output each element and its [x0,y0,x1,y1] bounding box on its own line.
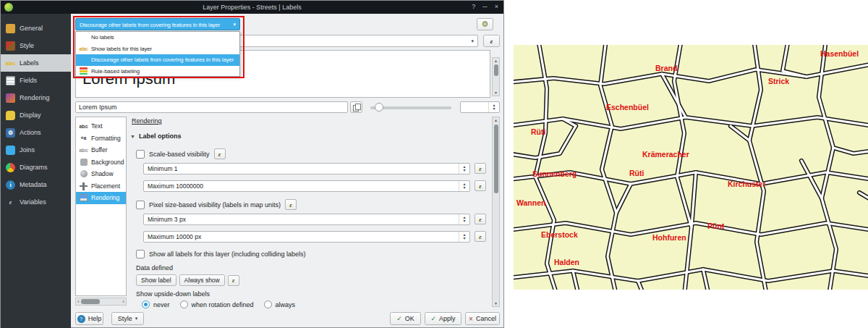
scroll-up-icon[interactable]: ▲ [493,59,499,63]
font-size-slider[interactable] [367,101,454,113]
sidebar-item-diagrams[interactable]: Diagrams [1,159,71,176]
scroll-up-icon[interactable]: ▲ [493,118,499,122]
tab-background[interactable]: Background [76,156,126,169]
window-title: Layer Properties - Streets | Labels [1,4,503,11]
collapse-icon[interactable]: ▼ [130,134,135,139]
street-label: Sunnenberg [532,169,576,178]
ok-button[interactable]: ✓ OK [390,312,421,325]
tabs-horizontal-scrollbar[interactable]: ‹ › [75,298,127,306]
spin-down-icon[interactable]: ▾ [463,169,465,172]
tab-text[interactable]: abcText [76,120,126,133]
radio-label: always [276,301,296,308]
expression-builder-button[interactable]: ε [483,35,500,47]
spin-down-icon[interactable]: ▾ [463,219,465,223]
tab-label: Rendering [91,194,119,201]
maximum-pixels-spinbox[interactable]: Maximum 10000 px ▴▾ [143,231,470,243]
sample-text-input[interactable] [75,101,348,113]
sidebar-item-label: Diagrams [20,164,48,171]
sidebar-item-label: Labels [20,59,39,67]
titlebar[interactable]: Layer Properties - Streets | Labels ? ─ … [1,1,503,14]
sidebar-item-fields[interactable]: Fields [1,72,71,89]
preview-scrollbar[interactable]: ▲ ▼ [492,57,500,96]
scrollbar-thumb[interactable] [81,299,100,304]
show-label-button[interactable]: Show label [136,274,176,286]
tab-buffer[interactable]: abcBuffer [76,144,126,156]
cancel-button[interactable]: × Cancel [465,312,500,325]
street-label: Wannen [516,198,545,207]
spin-down-icon[interactable]: ▾ [463,237,465,240]
option-discourage-covering[interactable]: Discourage other labels from covering fe… [76,54,239,66]
panel-scrollbar[interactable]: ▲ ▼ [492,117,500,307]
option-show-labels[interactable]: abc Show labels for this layer [76,43,239,55]
street-label: Eberstock [541,230,578,239]
epsilon-icon: ε [232,277,235,284]
scale-visibility-checkbox[interactable] [136,150,145,159]
style-button[interactable]: Style ▾ [111,312,144,325]
sidebar-item-general[interactable]: General [1,20,71,37]
epsilon-icon: ε [479,165,482,172]
labeling-mode-dropdown[interactable]: Discourage other labels from covering fe… [75,18,240,30]
sidebar-item-rendering[interactable]: Rendering [1,89,71,106]
minimum-pixels-spinbox[interactable]: Minimum 3 px ▴▾ [143,214,470,225]
tab-shadow[interactable]: Shadow [76,168,126,180]
joins-icon [6,146,15,155]
radio-when-rotation-defined[interactable]: when rotation defined [180,300,254,308]
maximum-scale-spinbox[interactable]: Maximum 10000000 ▴▾ [143,180,470,192]
scrollbar-thumb[interactable] [494,125,498,193]
sidebar-item-metadata[interactable]: iMetadata [1,176,71,193]
sidebar-item-style[interactable]: Style [1,37,71,54]
data-defined-override-button[interactable]: ε [475,180,486,191]
radio-never[interactable]: never [142,300,170,308]
radio-always[interactable]: always [264,300,296,308]
automated-placement-button[interactable]: ⚙ [477,18,493,30]
label-options-section[interactable]: ▼ Label options [130,133,181,140]
minimum-scale-spinbox[interactable]: Minimum 1 ▴▾ [143,163,470,174]
epsilon-icon: ε [479,233,482,240]
tab-rendering[interactable]: Rendering [76,192,126,204]
panel-header: Rendering [132,117,162,125]
data-defined-override-button[interactable]: ε [285,199,297,210]
option-no-labels[interactable]: No labels [76,32,239,43]
tab-placement[interactable]: Placement [76,180,126,193]
data-defined-override-button[interactable]: ε [214,148,226,159]
restore-sample-button[interactable] [350,101,362,113]
spin-down-icon[interactable]: ▾ [493,107,495,111]
radio-icon [264,300,272,308]
sidebar-item-actions[interactable]: ⚙Actions [1,124,71,141]
spin-down-icon[interactable]: ▾ [463,186,465,190]
window-help-button[interactable]: ? [472,3,475,10]
data-defined-override-button[interactable]: ε [475,214,486,224]
street-label: Rüti [531,127,545,136]
close-button[interactable]: × [495,3,498,10]
street-label: Hasenbüel [820,49,859,58]
apply-button[interactable]: ✓ Apply [425,312,461,325]
buffer-icon: abc [79,146,88,154]
sidebar-item-variables[interactable]: εVariables [1,193,71,211]
data-defined-override-button[interactable]: ε [475,163,486,174]
slider-handle[interactable] [375,103,383,112]
always-show-button[interactable]: Always show [179,274,225,286]
pixel-visibility-checkbox[interactable] [136,201,145,209]
sidebar-item-display[interactable]: Display [1,106,71,124]
scroll-left-icon[interactable]: ‹ [76,298,81,305]
epsilon-icon: ε [490,38,493,45]
data-defined-override-button[interactable]: ε [228,275,239,286]
spin-value: Maximum 10000000 [148,182,203,190]
sidebar-item-labels[interactable]: abcLabels [1,54,71,72]
map-canvas[interactable]: HasenbüelBrandStrickEschenbüelRütiKrämer… [514,45,868,290]
actions-icon: ⚙ [6,128,15,138]
option-rule-based[interactable]: Rule-based labeling [76,66,239,77]
show-all-labels-row: Show all labels for this layer (includin… [136,250,306,258]
data-defined-override-button[interactable]: ε [475,231,486,242]
preview-size-spinbox[interactable]: ▴▾ [460,101,500,113]
scroll-down-icon[interactable]: ▼ [493,301,499,306]
minimize-button[interactable]: ─ [482,3,487,10]
scroll-right-icon[interactable]: › [121,298,126,305]
gear-icon: ⚙ [482,20,489,28]
tab-formatting[interactable]: +aFormatting [76,133,126,145]
show-all-labels-checkbox[interactable] [136,250,145,258]
help-button[interactable]: ? Help [75,312,103,325]
scrollbar-thumb[interactable] [494,64,498,76]
scroll-down-icon[interactable]: ▼ [493,91,499,95]
sidebar-item-joins[interactable]: Joins [1,141,71,159]
